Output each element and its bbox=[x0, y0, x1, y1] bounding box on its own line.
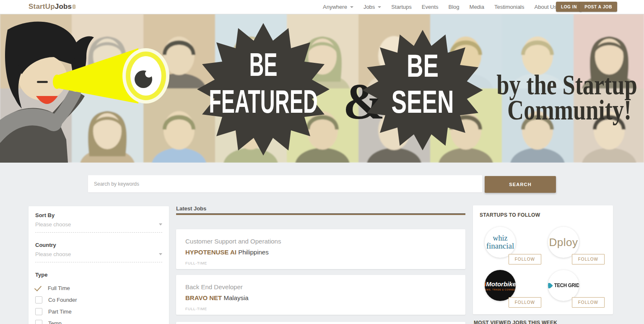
job-location: Malaysia bbox=[223, 294, 248, 301]
job-card[interactable]: Customer Support and Operations HYPOTENU… bbox=[176, 229, 465, 269]
job-company: HYPOTENUSE AI bbox=[185, 249, 236, 256]
country-select[interactable]: Please choose bbox=[35, 251, 162, 262]
chevron-down-icon bbox=[159, 223, 162, 226]
main-nav: Anywhere Jobs Startups Events Blog Media… bbox=[323, 0, 557, 14]
logo[interactable]: StartUpJobs bbox=[29, 3, 75, 11]
checkbox-temp[interactable]: Temp bbox=[35, 317, 162, 324]
post-a-job-button[interactable]: POST A JOB bbox=[579, 2, 617, 12]
job-employment-type: FULL-TIME bbox=[185, 261, 456, 265]
checkbox-icon bbox=[35, 296, 42, 303]
follow-button[interactable]: FOLLOW bbox=[572, 297, 605, 308]
nav-item-testimonials[interactable]: Testimonials bbox=[494, 4, 525, 10]
startup-cell-tech-grid: TECH GRID FOLLOW bbox=[543, 270, 606, 313]
chevron-down-icon bbox=[378, 6, 381, 8]
logo-text-primary: StartUp bbox=[29, 3, 55, 10]
nav-item-jobs[interactable]: Jobs bbox=[364, 4, 381, 10]
chevron-down-icon bbox=[350, 6, 353, 8]
nav-item-events[interactable]: Events bbox=[422, 4, 439, 10]
sort-by-label: Sort By bbox=[35, 212, 162, 218]
country-filter: Country Please choose bbox=[35, 242, 162, 262]
latest-jobs-heading: Latest Jobs bbox=[176, 205, 465, 212]
imotorbike-logo[interactable]: iMotorbike NEWS, TRADE & CONNECT bbox=[485, 270, 516, 301]
sort-by-value: Please choose bbox=[35, 221, 71, 228]
country-label: Country bbox=[35, 242, 162, 248]
hero-tagline: by the Startup Community! bbox=[496, 69, 637, 125]
startup-cell-dploy: Dploy FOLLOW bbox=[543, 227, 606, 270]
log-in-button[interactable]: LOG IN bbox=[556, 2, 582, 12]
nav-item-anywhere[interactable]: Anywhere bbox=[323, 4, 353, 10]
check-icon bbox=[34, 284, 42, 291]
search-button[interactable]: SEARCH bbox=[485, 176, 556, 193]
tagline-line2: Community! bbox=[507, 94, 631, 125]
nav-item-media[interactable]: Media bbox=[470, 4, 484, 10]
follow-button[interactable]: FOLLOW bbox=[509, 254, 541, 264]
checkbox-icon bbox=[35, 308, 42, 315]
startups-to-follow-heading: STARTUPS TO FOLLOW bbox=[480, 212, 606, 218]
job-company: BRAVO NET bbox=[185, 294, 222, 301]
type-label: Type bbox=[35, 272, 162, 278]
nav-item-startups[interactable]: Startups bbox=[391, 4, 411, 10]
job-title: Back End Developer bbox=[185, 283, 456, 290]
nav-item-blog[interactable]: Blog bbox=[449, 4, 460, 10]
checkbox-part-time[interactable]: Part Time bbox=[35, 306, 162, 317]
top-bar: StartUpJobs Anywhere Jobs Startups Event… bbox=[0, 0, 644, 14]
logo-text-secondary: Jobs bbox=[55, 3, 72, 10]
be-seen-line1: BE bbox=[407, 48, 439, 83]
dploy-logo[interactable]: Dploy bbox=[548, 227, 579, 258]
job-card[interactable] bbox=[176, 322, 465, 324]
tech-grid-logo-icon bbox=[548, 282, 553, 289]
country-value: Please choose bbox=[35, 251, 71, 257]
follow-button[interactable]: FOLLOW bbox=[509, 297, 541, 308]
filters-panel: Sort By Please choose Country Please cho… bbox=[29, 206, 169, 324]
follow-button[interactable]: FOLLOW bbox=[572, 254, 605, 264]
hero-illustration: BE FEATURED & BE SEEN by the Startup Com… bbox=[0, 14, 644, 163]
sort-by-filter: Sort By Please choose bbox=[35, 212, 162, 233]
checkbox-co-founder[interactable]: Co Founder bbox=[35, 294, 162, 306]
search-input[interactable] bbox=[88, 175, 482, 192]
chevron-down-icon bbox=[159, 253, 162, 255]
startups-grid: whiz financial FOLLOW Dploy FOLLOW iMoto… bbox=[480, 227, 606, 315]
be-seen-badge: BE SEEN bbox=[362, 30, 483, 150]
be-seen-line2: SEEN bbox=[391, 84, 454, 119]
logo-badge bbox=[73, 5, 75, 9]
tech-grid-logo[interactable]: TECH GRID bbox=[548, 270, 579, 301]
checkbox-full-time[interactable]: Full Time bbox=[35, 282, 162, 294]
job-card[interactable]: Back End Developer BRAVO NET Malaysia FU… bbox=[176, 275, 465, 315]
checkbox-icon bbox=[35, 320, 42, 324]
sort-by-select[interactable]: Please choose bbox=[35, 221, 162, 233]
whiz-financial-logo[interactable]: whiz financial bbox=[485, 227, 516, 258]
latest-jobs-section: Latest Jobs Customer Support and Operati… bbox=[176, 205, 465, 324]
most-viewed-heading: MOST VIEWED JOBS THIS WEEK bbox=[474, 320, 557, 324]
heading-rule bbox=[176, 214, 465, 215]
startups-to-follow-panel: STARTUPS TO FOLLOW whiz financial FOLLOW… bbox=[473, 205, 613, 314]
job-employment-type: FULL-TIME bbox=[185, 307, 456, 311]
be-featured-badge: BE FEATURED bbox=[197, 23, 330, 156]
startup-cell-imotorbike: iMotorbike NEWS, TRADE & CONNECT FOLLOW bbox=[480, 270, 543, 313]
job-title: Customer Support and Operations bbox=[185, 238, 456, 245]
be-featured-line1: BE bbox=[249, 46, 277, 83]
type-checkbox-list: Full Time Co Founder Part Time Temp Cont… bbox=[35, 282, 162, 324]
nav-item-about-us[interactable]: About Us bbox=[535, 4, 557, 10]
hero-banner: BE FEATURED & BE SEEN by the Startup Com… bbox=[0, 14, 644, 163]
job-location: Philippines bbox=[238, 249, 269, 256]
be-featured-line2: FEATURED bbox=[209, 83, 318, 120]
startup-cell-whiz-financial: whiz financial FOLLOW bbox=[480, 227, 543, 270]
